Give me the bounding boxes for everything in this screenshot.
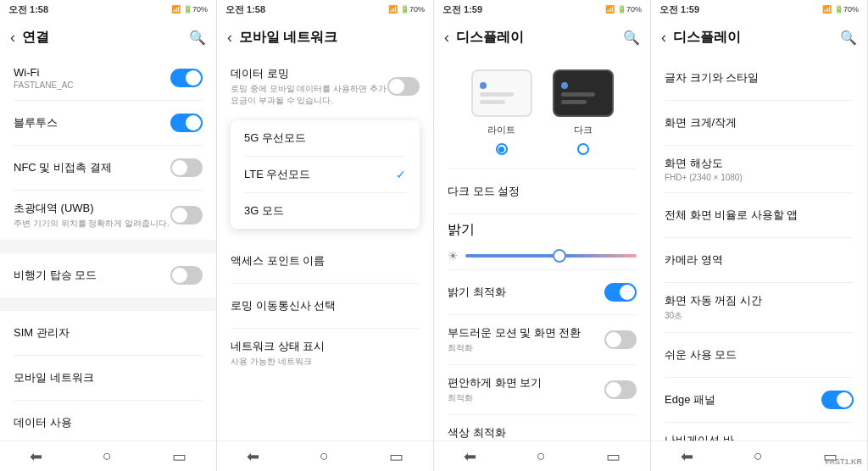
list-item[interactable]: 로밍 이동통신사 선택 <box>217 284 433 328</box>
mode-dot <box>480 82 487 89</box>
list-item[interactable]: 글자 크기와 스타일 <box>651 56 867 100</box>
mode-line <box>480 100 505 104</box>
time-3: 오전 1:59 <box>442 3 482 16</box>
mode-light[interactable]: 라이트 <box>471 69 532 155</box>
nav-recent-icon[interactable]: ▭ <box>172 447 186 466</box>
list-item[interactable]: 밝기 최적화 <box>434 270 650 314</box>
list-item[interactable]: Edge 패널 <box>651 378 867 422</box>
bottom-nav-3: ⬅ ○ ▭ <box>434 441 650 471</box>
item-title: 비행기 탑승 모드 <box>14 268 170 283</box>
toggle-auto-brightness[interactable] <box>604 283 637 302</box>
dropdown-item-3g[interactable]: 3G 모드 <box>231 193 420 229</box>
list-item[interactable]: 화면 해상도 FHD+ (2340 × 1080) <box>651 146 867 192</box>
brightness-slider[interactable] <box>465 254 637 258</box>
search-button-3[interactable]: 🔍 <box>623 30 640 46</box>
list-item[interactable]: SIM 관리자 <box>0 311 216 355</box>
header-4: ‹ 디스플레이 🔍 <box>651 19 867 56</box>
panel-mobile-network: 오전 1:58 📶 🔋70% ‹ 모바일 네트워크 데이터 로밍 로밍 중에 모… <box>217 0 434 471</box>
search-button-1[interactable]: 🔍 <box>189 30 206 46</box>
list-item[interactable]: 화면 자동 꺼짐 시간 30초 <box>651 283 867 332</box>
back-button-2[interactable]: ‹ <box>227 29 232 47</box>
nav-back-icon[interactable]: ⬅ <box>30 447 42 466</box>
dropdown-item-lte[interactable]: LTE 우선모드 ✓ <box>231 157 420 192</box>
panel2-title: 모바일 네트워크 <box>239 29 423 47</box>
nav-back-icon-2[interactable]: ⬅ <box>247 447 259 466</box>
nav-home-icon-3[interactable]: ○ <box>537 447 546 465</box>
list-item[interactable]: 전체 화면 비율로 사용할 앱 <box>651 193 867 237</box>
item-title: SIM 관리자 <box>14 325 70 341</box>
item-title: 카메라 영역 <box>665 252 723 268</box>
item-title: 데이터 사용 <box>14 415 72 430</box>
item-text: Edge 패널 <box>665 392 821 407</box>
list-item[interactable]: 카메라 영역 <box>651 238 867 282</box>
list-item[interactable]: 네트워크 상태 표시 사용 가능한 네트워크 <box>217 329 433 378</box>
bottom-nav-2: ⬅ ○ ▭ <box>217 441 433 471</box>
list-item[interactable]: 데이터 사용 <box>0 401 216 441</box>
list-item[interactable]: 부드러운 모션 및 화면 전환 최적화 <box>434 315 650 364</box>
list-item[interactable]: 비행기 탑승 모드 <box>0 253 216 297</box>
mode-label-dark: 다크 <box>574 124 593 136</box>
list-item[interactable]: 블루투스 <box>0 101 216 145</box>
item-sub: 최적화 <box>448 392 604 404</box>
item-title: 초광대역 (UWB) <box>14 201 170 216</box>
back-button-4[interactable]: ‹ <box>661 29 666 47</box>
toggle-wifi[interactable] <box>170 69 203 87</box>
dropdown-item-5g[interactable]: 5G 우선모드 <box>231 120 420 156</box>
bottom-nav-1: ⬅ ○ ▭ <box>0 441 216 471</box>
list-item[interactable]: 다크 모드 설정 <box>434 169 650 213</box>
toggle-bluetooth[interactable] <box>170 114 203 132</box>
list-item[interactable]: 액세스 포인트 이름 <box>217 239 433 283</box>
back-button-1[interactable]: ‹ <box>10 29 15 47</box>
mode-radio-dark[interactable] <box>577 143 589 155</box>
list-item[interactable]: 화면 크게/작게 <box>651 101 867 145</box>
header-1: ‹ 연결 🔍 <box>0 19 216 56</box>
status-bar-3: 오전 1:59 📶 🔋70% <box>434 0 650 19</box>
panel4-content: 글자 크기와 스타일 화면 크게/작게 화면 해상도 FHD+ (2340 × … <box>651 56 867 441</box>
item-text: 편안하게 화면 보기 최적화 <box>448 375 604 404</box>
mode-radio-light[interactable] <box>496 143 508 155</box>
list-item[interactable]: 데이터 로밍 로밍 중에 모바일 데이터를 사용하면 추가요금이 부과될 수 있… <box>217 56 433 117</box>
check-icon: ✓ <box>396 168 406 181</box>
toggle-uwb[interactable] <box>170 206 203 224</box>
list-item[interactable]: 쉬운 사용 모드 <box>651 333 867 377</box>
status-icons-4: 📶 🔋70% <box>822 5 859 14</box>
panel-connection: 오전 1:58 📶 🔋70% ‹ 연결 🔍 Wi-Fi FASTLANE_AC … <box>0 0 217 471</box>
nav-home-icon[interactable]: ○ <box>103 447 112 465</box>
list-item[interactable]: Wi-Fi FASTLANE_AC <box>0 56 216 100</box>
list-item[interactable]: 색상 최적화 상황에 맞는 자연스러운 색상 제공을 위해 주변 밝기에 따라 … <box>434 415 650 441</box>
list-item[interactable]: 모바일 네트워크 <box>0 356 216 400</box>
header-3: ‹ 디스플레이 🔍 <box>434 19 650 56</box>
toggle-airplane[interactable] <box>170 266 203 285</box>
nav-recent-icon-2[interactable]: ▭ <box>389 447 403 466</box>
toggle-edge-panel[interactable] <box>821 391 854 409</box>
mode-dark[interactable]: 다크 <box>553 69 614 155</box>
panel-display-2: 오전 1:59 📶 🔋70% ‹ 디스플레이 🔍 글자 크기와 스타일 화면 크… <box>651 0 868 471</box>
list-item[interactable]: 편안하게 화면 보기 최적화 <box>434 365 650 414</box>
nav-back-icon-4[interactable]: ⬅ <box>681 447 693 466</box>
list-item[interactable]: 나비게이션 바 홈, 뒤로가기, 최근 앱 버튼을 관리하거나, 넓은 화면을 … <box>651 423 867 441</box>
item-title: 화면 해상도 <box>665 156 854 171</box>
wifi-icon-2: 📶 <box>388 5 398 14</box>
nav-home-icon-2[interactable]: ○ <box>320 447 329 465</box>
back-button-3[interactable]: ‹ <box>444 29 449 47</box>
list-item[interactable]: 초광대역 (UWB) 주변 기기의 위치를 정확하게 알려줍니다. <box>0 191 216 240</box>
status-icons-1: 📶 🔋70% <box>171 5 208 14</box>
time-2: 오전 1:58 <box>225 3 265 16</box>
panel2-content: 데이터 로밍 로밍 중에 모바일 데이터를 사용하면 추가요금이 부과될 수 있… <box>217 56 433 441</box>
search-button-4[interactable]: 🔍 <box>840 30 857 46</box>
toggle-roaming[interactable] <box>387 77 420 96</box>
wifi-icon-1: 📶 <box>171 5 181 14</box>
item-text: NFC 및 비접촉 결제 <box>14 160 170 175</box>
item-title: 나비게이션 바 <box>665 433 854 441</box>
toggle-nfc[interactable] <box>170 158 203 177</box>
list-item[interactable]: NFC 및 비접촉 결제 <box>0 146 216 190</box>
item-title: 블루투스 <box>14 115 170 130</box>
toggle-smooth-motion[interactable] <box>604 330 637 349</box>
nav-recent-icon-3[interactable]: ▭ <box>606 447 620 466</box>
item-sub: 최적화 <box>448 342 604 354</box>
toggle-eye-comfort[interactable] <box>604 380 637 399</box>
item-title: 모바일 네트워크 <box>14 370 94 385</box>
slider-thumb[interactable] <box>553 249 566 263</box>
nav-home-icon-4[interactable]: ○ <box>754 447 763 465</box>
nav-back-icon-3[interactable]: ⬅ <box>464 447 476 466</box>
